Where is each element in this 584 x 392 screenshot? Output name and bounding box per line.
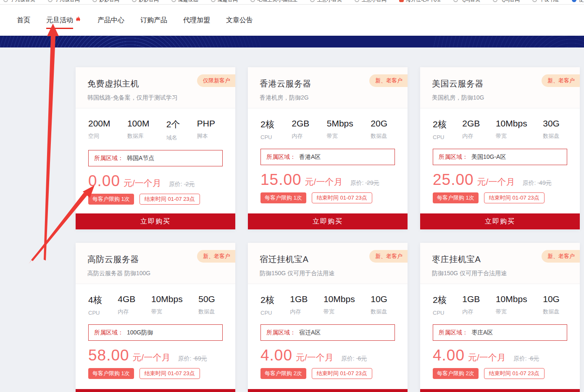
region-value: 韩国A节点 <box>127 155 154 162</box>
spec-item: PHP脚本 <box>197 118 215 142</box>
bookmark-item[interactable]: 生意小首页 <box>310 0 342 3</box>
nav-item-3[interactable]: 产品中心 <box>97 16 124 25</box>
original-price-value: 69元 <box>193 355 207 362</box>
bookmark-item[interactable]: 使用升级·福利直达 <box>572 0 584 3</box>
globe-icon <box>250 0 255 2</box>
original-price-value: 2元 <box>184 181 195 187</box>
spec-label: 数据盘 <box>371 132 387 140</box>
nav-item-2[interactable]: 元旦活动 <box>46 16 82 25</box>
customer-badge: 仅限新客户 <box>197 74 235 87</box>
bookmark-item[interactable]: 子凡伋首页 <box>3 0 35 3</box>
globe-icon <box>171 0 176 2</box>
nav-item-1[interactable]: 首页 <box>17 16 30 25</box>
spec-label: CPU <box>260 134 274 140</box>
spec-label: 内存 <box>462 308 480 316</box>
spec-row: 2核CPU1GB内存10Mbps带宽10G数据盘 <box>248 284 408 316</box>
price-row: 25.00元/一个月原价: 49元 <box>420 165 580 189</box>
spec-item: 2GB内存 <box>462 118 480 140</box>
price-unit: 元/一个月 <box>468 352 506 363</box>
spec-value: 2核 <box>260 294 274 306</box>
nav-item-label: 元旦活动 <box>46 16 73 25</box>
end-time-tag: 结束时间 01-07 23点 <box>139 368 200 379</box>
bookmark-item[interactable]: 妙妙官网 <box>132 0 159 3</box>
globe-icon <box>211 0 216 2</box>
price-row: 4.00元/一个月原价: 6元 <box>248 341 408 364</box>
bookmark-item[interactable]: 飞鸟首页 <box>453 0 480 3</box>
spec-label: 数据盘 <box>543 132 560 140</box>
price-unit: 元/一个月 <box>296 352 334 363</box>
buy-now-button[interactable]: 立即购买 <box>248 389 408 392</box>
buy-now-button[interactable]: 立即购买 <box>420 213 580 229</box>
bookmark-item[interactable]: 子凡伋官网 <box>48 0 80 3</box>
spec-value: 50G <box>198 294 215 304</box>
customer-badge: 新、老客户 <box>542 74 580 87</box>
bookmark-item[interactable]: 飞鸟官网 <box>493 0 520 3</box>
globe-icon <box>310 0 315 2</box>
customer-badge: 新、老客户 <box>369 250 408 263</box>
bookmark-label: 午夜书签 <box>539 0 559 3</box>
spec-item: 1GB内存 <box>290 294 308 316</box>
flame-icon <box>75 16 82 25</box>
purchase-limit-tag: 每客户限购 2次 <box>433 368 479 379</box>
bookmark-item[interactable]: 生意小官网 <box>355 0 387 3</box>
original-price-label: 原价: <box>522 179 537 186</box>
spec-item: 2核CPU <box>433 294 447 316</box>
bookmark-item[interactable]: 海外住宅IP代理 <box>399 0 441 3</box>
buy-now-button[interactable]: 立即购买 <box>248 213 408 229</box>
spec-item: 200M空间 <box>88 118 110 142</box>
product-card-header: 枣庄挂机宝A新、老客户防御150G 仅可用于合法用途 <box>420 243 580 284</box>
spec-item: 4核CPU <box>88 294 102 316</box>
spec-value: 1GB <box>290 294 308 304</box>
tag-row: 每客户限购 1次结束时间 01-07 23点 <box>76 364 235 379</box>
price-row: 4.00元/一个月原价: 6元 <box>420 341 580 364</box>
spec-item: 2核CPU <box>260 118 274 140</box>
purchase-limit-tag: 每客户限购 2次 <box>260 368 306 379</box>
bookmark-label: 妙妙官网 <box>139 0 159 3</box>
globe-icon <box>3 0 8 2</box>
purchase-limit-tag: 每客户限购 1次 <box>260 192 306 203</box>
shield-blue-icon <box>572 0 576 2</box>
bookmark-item[interactable]: 午夜书签 <box>532 0 559 3</box>
buy-now-button[interactable]: 立即购买 <box>76 389 235 392</box>
spec-label: CPU <box>433 310 447 316</box>
spec-label: 数据盘 <box>371 308 387 316</box>
spec-label: 内存 <box>292 132 309 140</box>
price-value: 25.00 <box>433 171 474 189</box>
nav-item-4[interactable]: 订购产品 <box>140 16 167 25</box>
buy-now-button[interactable]: 立即购买 <box>76 213 235 229</box>
original-price: 原价: 6元 <box>513 355 539 363</box>
spec-value: 30G <box>543 118 560 129</box>
spec-value: 10Mbps <box>496 294 527 304</box>
tag-row: 每客户限购 1次结束时间 01-07 23点 <box>420 189 580 203</box>
bookmark-item[interactable]: 魔趣发团 <box>171 0 198 3</box>
bookmark-item[interactable]: 妙妙官网 <box>92 0 119 3</box>
nav-item-5[interactable]: 代理加盟 <box>183 16 210 25</box>
spec-value: 100M <box>127 118 150 129</box>
bookmark-item[interactable]: 魔趣官网 <box>211 0 238 3</box>
price-unit: 元/一个月 <box>124 177 161 189</box>
spec-value: 2核 <box>433 294 447 306</box>
price-unit: 元/一个月 <box>477 176 515 188</box>
product-card-header: 宿迁挂机宝A新、老客户防御150G 仅可用于合法用途 <box>248 243 408 284</box>
end-time-tag: 结束时间 01-07 23点 <box>484 192 545 203</box>
region-box: 所属区域：宿迁A区 <box>260 324 395 341</box>
tag-row: 每客户限购 2次结束时间 01-07 23点 <box>248 364 408 379</box>
spec-item: 2核CPU <box>260 294 274 316</box>
spec-item: 20G数据盘 <box>371 118 387 140</box>
bookmark-item[interactable]: 宅猫主页小狐独立 <box>250 0 297 3</box>
nav-item-6[interactable]: 文章公告 <box>226 16 253 25</box>
original-price-value: 6元 <box>356 355 367 362</box>
original-price-label: 原价: <box>513 355 529 362</box>
price-value: 4.00 <box>260 347 292 364</box>
product-card-header: 高防云服务器新、老客户高防云服务器 防御100G <box>76 243 235 284</box>
spec-item: 10Mbps带宽 <box>496 294 527 316</box>
original-price-label: 原价: <box>350 179 365 186</box>
buy-now-button[interactable]: 立即购买 <box>420 389 580 392</box>
region-value: 香港A区 <box>299 153 321 161</box>
spec-value: 2核 <box>260 118 274 130</box>
original-price-value: 29元 <box>365 179 379 186</box>
spec-label: CPU <box>260 310 274 316</box>
product-card-header: 香港云服务器新、老客户香港机房，防御2G <box>248 67 408 108</box>
spec-row: 4核CPU4GB内存10Mbps带宽50G数据盘 <box>76 284 235 316</box>
bookmark-label: 子凡伋官网 <box>55 0 80 3</box>
